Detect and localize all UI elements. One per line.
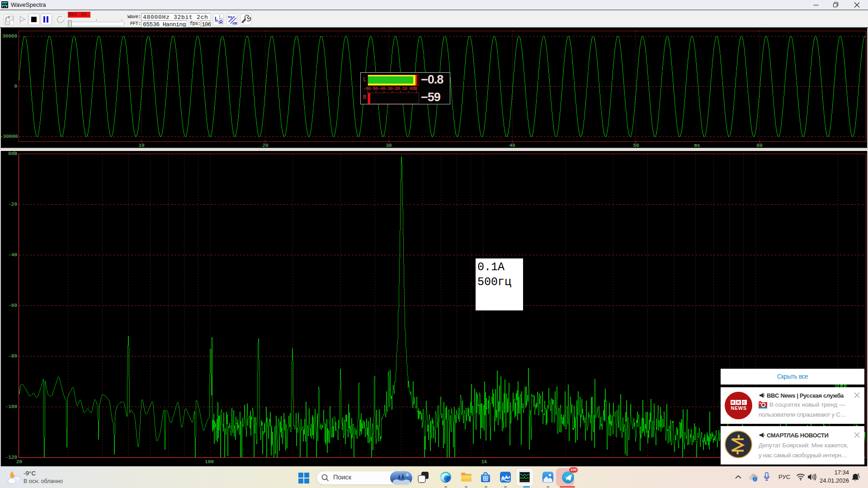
svg-text:dB: dB xyxy=(232,21,237,25)
svg-text:i: i xyxy=(11,17,13,20)
svg-text:R: R xyxy=(219,19,223,24)
svg-text:Hz: Hz xyxy=(228,15,232,19)
svg-text:z: z xyxy=(859,475,860,479)
svg-text:L: L xyxy=(215,15,218,22)
